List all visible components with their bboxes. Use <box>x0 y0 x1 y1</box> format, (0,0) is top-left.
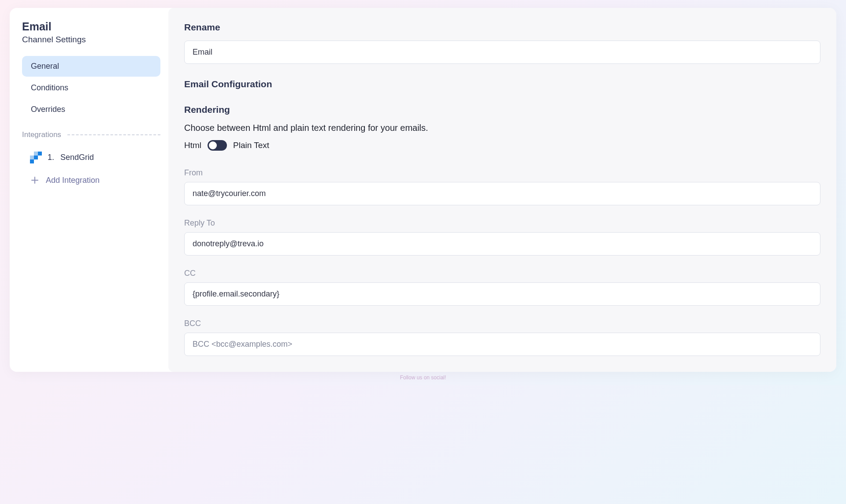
integrations-header: Integrations <box>22 130 160 139</box>
cc-label: CC <box>184 269 820 278</box>
nav-item-label: Conditions <box>31 83 68 92</box>
plus-icon <box>30 175 40 185</box>
section-title-rendering: Rendering <box>184 104 820 115</box>
nav-item-conditions[interactable]: Conditions <box>22 78 160 98</box>
bcc-input[interactable] <box>184 333 820 356</box>
rendering-right-label: Plain Text <box>233 141 269 150</box>
nav-item-overrides[interactable]: Overrides <box>22 99 160 120</box>
sidebar: Email Channel Settings General Condition… <box>10 8 168 372</box>
divider-dashed <box>67 134 160 135</box>
settings-card: Email Channel Settings General Condition… <box>10 8 836 372</box>
add-integration-button[interactable]: Add Integration <box>22 167 160 189</box>
reply-to-label: Reply To <box>184 219 820 228</box>
toggle-knob <box>209 141 217 149</box>
add-integration-label: Add Integration <box>46 176 100 185</box>
footer-strip: Follow us on social! <box>10 372 836 385</box>
integration-index: 1. <box>48 153 54 162</box>
sendgrid-icon <box>30 152 41 163</box>
reply-to-input[interactable] <box>184 232 820 256</box>
from-label: From <box>184 168 820 178</box>
integration-item-sendgrid[interactable]: 1. SendGrid <box>22 147 160 167</box>
from-input[interactable] <box>184 182 820 205</box>
bcc-label: BCC <box>184 319 820 328</box>
cc-input[interactable] <box>184 282 820 306</box>
integrations-label: Integrations <box>22 130 61 139</box>
rendering-toggle-row: Html Plain Text <box>184 140 820 151</box>
sidebar-title: Email <box>22 20 160 33</box>
sidebar-subtitle: Channel Settings <box>22 35 160 44</box>
section-title-rename: Rename <box>184 22 820 33</box>
nav-item-label: General <box>31 62 59 70</box>
rendering-helper: Choose between Html and plain text rende… <box>184 123 820 133</box>
rename-input[interactable] <box>184 41 820 64</box>
section-title-config: Email Configuration <box>184 79 820 89</box>
rendering-left-label: Html <box>184 141 201 150</box>
nav-item-label: Overrides <box>31 105 65 114</box>
nav-item-general[interactable]: General <box>22 56 160 77</box>
rendering-toggle[interactable] <box>208 140 227 151</box>
integration-name: SendGrid <box>60 153 94 162</box>
main-panel: Rename Email Configuration Rendering Cho… <box>168 8 836 372</box>
